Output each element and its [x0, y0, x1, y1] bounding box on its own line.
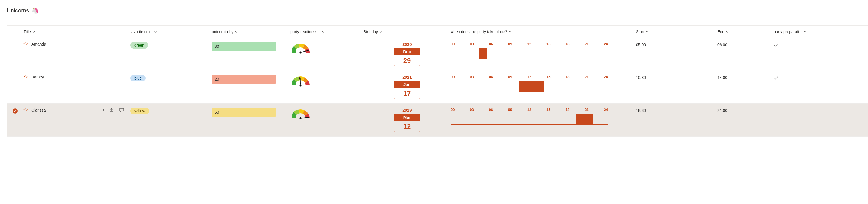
party-readiness-cell: [290, 108, 364, 119]
page-title: Unicorns 🦄: [7, 7, 868, 14]
item-icon: [24, 108, 28, 112]
color-tag[interactable]: green: [130, 42, 148, 49]
table-header-row: Title favorite color unicornibility part…: [7, 26, 868, 38]
row-select-cell[interactable]: [7, 108, 24, 114]
birthday-day: 29: [394, 55, 420, 66]
chevron-down-icon: [32, 30, 35, 33]
birthday-month: Mar: [394, 114, 420, 121]
party-prep-cell: [774, 75, 858, 81]
column-header-unicornibility[interactable]: unicornibility: [212, 30, 290, 34]
table-row[interactable]: Amandagreen802020Dec29000306091215182124…: [7, 38, 868, 71]
favorite-color-cell: yellow: [130, 108, 212, 114]
start-time: 10:30: [636, 75, 717, 80]
svg-point-3: [300, 117, 302, 119]
share-icon[interactable]: [109, 108, 114, 113]
unicornibility-cell: 20: [212, 75, 290, 84]
chevron-down-icon: [322, 30, 325, 33]
check-icon: [774, 75, 779, 80]
timeline-ticks: 000306091215182124: [451, 42, 608, 46]
table-row[interactable]: Barneyblue202021Jan170003060912151821241…: [7, 71, 868, 104]
chevron-down-icon: [508, 30, 512, 33]
color-tag[interactable]: blue: [130, 75, 146, 82]
gauge-icon: [290, 42, 311, 53]
comment-icon[interactable]: [119, 108, 124, 113]
column-header-end[interactable]: End: [717, 30, 774, 34]
timeline-cell: 000306091215182124: [451, 42, 636, 59]
end-time: 06:00: [717, 42, 774, 47]
color-tag[interactable]: yellow: [130, 108, 149, 114]
chevron-down-icon: [725, 30, 729, 33]
item-icon: [24, 42, 28, 47]
check-icon: [774, 42, 779, 48]
gauge-icon: [290, 108, 311, 119]
chevron-down-icon: [803, 30, 807, 33]
birthday-day: 17: [394, 88, 420, 98]
date-card: Mar12: [394, 114, 420, 132]
column-header-party-readiness[interactable]: party readiness...: [290, 30, 364, 34]
birthday-cell: 2019Mar12: [364, 108, 451, 132]
timeline-fill: [576, 114, 593, 124]
end-time: 14:00: [717, 75, 774, 80]
favorite-color-cell: blue: [130, 75, 212, 82]
svg-point-0: [300, 51, 302, 54]
column-header-title[interactable]: Title: [24, 30, 130, 34]
timeline: 000306091215182124: [451, 75, 608, 92]
item-title[interactable]: Amanda: [31, 42, 46, 47]
birthday-year: 2021: [402, 75, 411, 80]
column-header-favorite-color[interactable]: favorite color: [130, 30, 212, 34]
title-cell: Clarissa: [24, 108, 130, 113]
unicornibility-cell: 50: [212, 108, 290, 117]
unicornibility-value: 50: [212, 108, 276, 117]
item-title[interactable]: Barney: [31, 75, 44, 79]
column-header-party-prep[interactable]: party preparati...: [774, 30, 858, 34]
birthday-year: 2019: [402, 108, 411, 112]
timeline-bar[interactable]: [451, 114, 608, 125]
timeline-ticks: 000306091215182124: [451, 75, 608, 79]
timeline-cell: 000306091215182124: [451, 75, 636, 92]
start-time: 18:30: [636, 108, 717, 113]
party-readiness-cell: [290, 75, 364, 86]
timeline-bar[interactable]: [451, 48, 608, 59]
timeline-fill: [519, 81, 544, 92]
chevron-down-icon: [154, 30, 157, 33]
unicornibility-value: 80: [212, 42, 276, 51]
party-prep-cell: [774, 108, 858, 108]
timeline-ticks: 000306091215182124: [451, 108, 608, 112]
row-select-cell[interactable]: [7, 42, 24, 42]
birthday-cell: 2021Jan17: [364, 75, 451, 99]
column-header-party-when[interactable]: when does the party take place?: [451, 30, 636, 34]
birthday-cell: 2020Dec29: [364, 42, 451, 66]
party-readiness-cell: [290, 42, 364, 53]
timeline: 000306091215182124: [451, 108, 608, 125]
unicornibility-value: 20: [212, 75, 276, 84]
table-row[interactable]: Clarissayellow502019Mar12000306091215182…: [7, 104, 868, 137]
more-icon[interactable]: [103, 108, 104, 113]
chevron-down-icon: [646, 30, 649, 33]
item-title[interactable]: Clarissa: [31, 108, 46, 112]
timeline-cell: 000306091215182124: [451, 108, 636, 125]
chevron-down-icon: [379, 30, 382, 33]
column-header-birthday[interactable]: Birthday: [364, 30, 451, 34]
birthday-day: 12: [394, 121, 420, 132]
gauge-icon: [290, 75, 311, 86]
favorite-color-cell: green: [130, 42, 212, 49]
selected-check-icon: [12, 108, 18, 114]
title-cell: Barney: [24, 75, 130, 79]
party-prep-cell: [774, 42, 858, 48]
chevron-down-icon: [235, 30, 238, 33]
unicorn-icon: 🦄: [31, 7, 39, 14]
birthday-month: Jan: [394, 81, 420, 88]
timeline-fill: [479, 48, 486, 59]
date-card: Jan17: [394, 81, 420, 99]
row-select-cell[interactable]: [7, 75, 24, 75]
page-title-text: Unicorns: [7, 7, 29, 14]
item-icon: [24, 75, 28, 79]
column-header-start[interactable]: Start: [636, 30, 717, 34]
svg-point-1: [300, 84, 302, 87]
row-actions: [103, 108, 124, 113]
timeline-bar[interactable]: [451, 81, 608, 92]
birthday-month: Dec: [394, 48, 420, 55]
timeline: 000306091215182124: [451, 42, 608, 59]
unicornibility-cell: 80: [212, 42, 290, 51]
start-time: 05:00: [636, 42, 717, 47]
